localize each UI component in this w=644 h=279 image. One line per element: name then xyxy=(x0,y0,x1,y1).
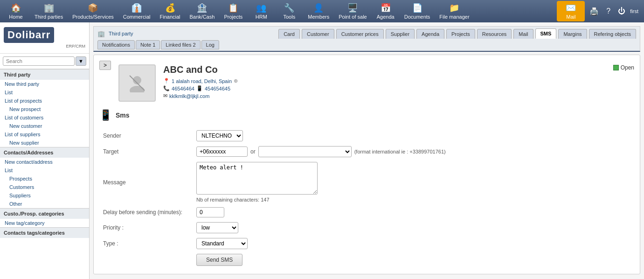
tab-card[interactable]: Card xyxy=(278,29,300,39)
send-sms-button[interactable]: Send SMS xyxy=(196,254,242,266)
tab-margins[interactable]: Margins xyxy=(558,29,587,39)
mobile-link[interactable]: 454654645 xyxy=(205,86,230,91)
sidebar-item-new-prospect[interactable]: New prospect xyxy=(0,105,89,113)
type-select[interactable]: Standard Flash xyxy=(196,238,248,249)
sidebar-item-new-supplier[interactable]: New supplier xyxy=(0,139,89,147)
tab-customer-prices[interactable]: Customer prices xyxy=(336,29,384,39)
sender-select[interactable]: NLTECHNO xyxy=(196,130,243,141)
sender-cell: NLTECHNO xyxy=(193,128,634,144)
help-button[interactable]: ? xyxy=(603,5,613,17)
nav-financial[interactable]: 💰 Financial xyxy=(155,0,185,22)
logo: Dolibarr xyxy=(4,27,54,43)
projects-icon: 📋 xyxy=(228,3,238,13)
sms-card: > ABC and Co 📍 1 alalah road, Del xyxy=(93,55,640,274)
tools-icon: 🔧 xyxy=(284,3,294,13)
geo-icon: ⊕ xyxy=(234,78,238,84)
sidebar-item-customers[interactable]: Customers xyxy=(0,183,89,191)
nav-file-manager[interactable]: 📁 File manager xyxy=(435,0,474,22)
nav-hrm[interactable]: 👥 HRM xyxy=(247,0,275,22)
nav-bank-cash[interactable]: 🏦 Bank/Cash xyxy=(185,0,220,22)
home-icon: 🏠 xyxy=(11,3,21,13)
members-icon: 👤 xyxy=(313,3,324,13)
logout-button[interactable]: ⏻ xyxy=(615,5,628,17)
sidebar-item-list-customers[interactable]: List of customers xyxy=(0,113,89,122)
search-dropdown-button[interactable]: ▼ xyxy=(76,56,86,66)
tab-projects[interactable]: Projects xyxy=(446,29,475,39)
type-label: Type : xyxy=(99,236,193,251)
tab-supplier[interactable]: Supplier xyxy=(386,29,415,39)
sidebar-item-prospects[interactable]: Prospects xyxy=(0,174,89,183)
logo-area: Dolibarr ERP/CRM xyxy=(0,22,89,54)
nav-members[interactable]: 👤 Members xyxy=(303,0,334,22)
nav-third-parties[interactable]: 🏢 Third parties xyxy=(30,0,68,22)
tab-sms[interactable]: SMS xyxy=(535,28,557,39)
agenda-icon: 📅 xyxy=(381,3,391,13)
pos-icon: 🖥️ xyxy=(347,3,358,13)
tab-log[interactable]: Log xyxy=(201,40,219,49)
status-dot xyxy=(613,65,619,70)
sidebar: Dolibarr ERP/CRM ▼ Third party New third… xyxy=(0,22,90,279)
logo-sub: ERP/CRM xyxy=(4,44,85,49)
tab-bar-row2: Notifications Note 1 Linked files 2 Log xyxy=(93,39,640,52)
nav-home[interactable]: 🏠 Home xyxy=(2,0,30,22)
top-navigation: 🏠 Home 🏢 Third parties 📦 Products/Servic… xyxy=(0,0,644,22)
sidebar-item-suppliers[interactable]: Suppliers xyxy=(0,191,89,200)
mail-icon: ✉️ xyxy=(566,3,576,13)
sms-title: Sms xyxy=(116,112,130,119)
sidebar-item-new-tag[interactable]: New tag/category xyxy=(0,219,89,227)
delay-input[interactable] xyxy=(196,207,224,217)
print-button[interactable]: 🖨️ xyxy=(587,5,602,18)
priority-cell: low normal high xyxy=(193,220,634,236)
breadcrumb-link[interactable]: Third party xyxy=(109,31,133,36)
tab-mail[interactable]: Mail xyxy=(513,29,533,39)
sidebar-item-list-suppliers[interactable]: List of suppliers xyxy=(0,130,89,139)
sidebar-item-new-customer[interactable]: New customer xyxy=(0,122,89,130)
tab-agenda[interactable]: Agenda xyxy=(416,29,444,39)
search-input[interactable] xyxy=(3,56,75,66)
target-phone-input[interactable] xyxy=(196,146,248,157)
target-cell: or (format international ie : +338997017… xyxy=(193,144,634,160)
tab-refering-objects[interactable]: Refering objects xyxy=(589,29,637,39)
entity-avatar xyxy=(118,64,156,102)
sidebar-section-contacts: Contacts/Addresses xyxy=(0,147,89,158)
sidebar-item-contacts-list[interactable]: List xyxy=(0,166,89,174)
sidebar-item-new-contact[interactable]: New contact/address xyxy=(0,158,89,166)
sidebar-item-list-prospects[interactable]: List of prospects xyxy=(0,97,89,105)
sidebar-item-other[interactable]: Other xyxy=(0,200,89,208)
nav-mail[interactable]: ✉️ Mail xyxy=(557,1,585,21)
entity-phone: 📞 46546464 📱 454654645 xyxy=(163,85,606,91)
nav-tools[interactable]: 🔧 Tools xyxy=(275,0,303,22)
tab-customer[interactable]: Customer xyxy=(302,29,334,39)
priority-select[interactable]: low normal high xyxy=(196,222,238,233)
documents-icon: 📄 xyxy=(412,3,422,13)
nav-projects[interactable]: 📋 Projects xyxy=(219,0,247,22)
phone-link[interactable]: 46546464 xyxy=(172,86,194,91)
main-content: 🏢 Third party Card Customer Customer pri… xyxy=(90,22,644,279)
nav-agenda[interactable]: 📅 Agenda xyxy=(372,0,400,22)
message-cell: Nb of remaining characters: 147 xyxy=(193,160,634,205)
sidebar-item-new-third-party[interactable]: New third party xyxy=(0,80,89,88)
tab-resources[interactable]: Resources xyxy=(477,29,512,39)
nav-products-services[interactable]: 📦 Products/Services xyxy=(68,0,118,22)
email-link[interactable]: kklkmlk@ljkjl.com xyxy=(169,93,209,99)
nav-forward-button[interactable]: > xyxy=(99,61,111,70)
entity-header: > ABC and Co 📍 1 alalah road, Del xyxy=(99,61,634,102)
sidebar-item-list[interactable]: List xyxy=(0,88,89,97)
address-link[interactable]: 1 alalah road, Delhi, Spain xyxy=(172,78,232,84)
send-cell: Send SMS xyxy=(193,251,634,268)
nav-commercial[interactable]: 👔 Commercial xyxy=(118,0,155,22)
status-badge: Open xyxy=(613,64,634,71)
format-hint: (format international ie : +33899701761) xyxy=(354,149,446,154)
tab-note[interactable]: Note 1 xyxy=(136,40,160,49)
tab-notifications[interactable]: Notifications xyxy=(97,40,135,49)
delay-cell xyxy=(193,205,634,220)
nav-point-of-sale[interactable]: 🖥️ Point of sale xyxy=(334,0,372,22)
search-area: ▼ xyxy=(0,54,89,69)
user-name: first xyxy=(630,8,638,14)
sms-form: Sender NLTECHNO Target or xyxy=(99,128,634,268)
target-select[interactable] xyxy=(258,146,352,157)
tab-linked-files[interactable]: Linked files 2 xyxy=(161,40,200,49)
tab-bar-row1: 🏢 Third party Card Customer Customer pri… xyxy=(93,26,640,39)
message-textarea[interactable] xyxy=(196,162,318,195)
nav-documents[interactable]: 📄 Documents xyxy=(400,0,435,22)
